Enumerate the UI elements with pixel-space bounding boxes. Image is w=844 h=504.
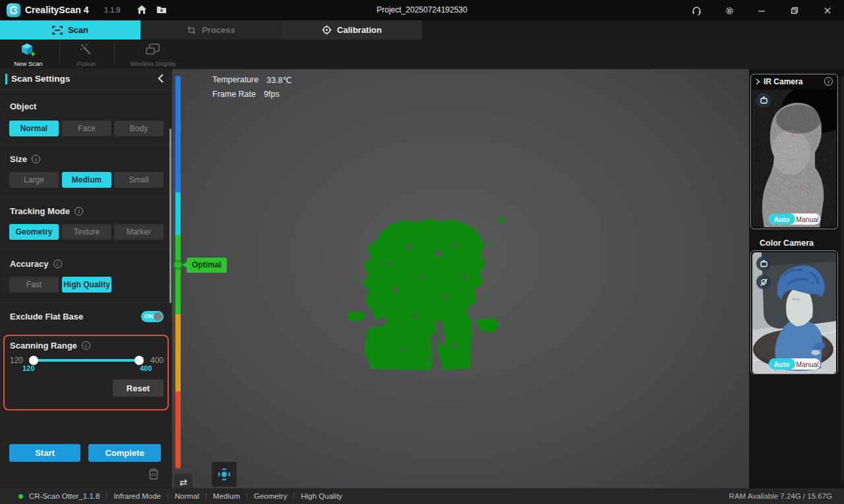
option-label: Normal bbox=[20, 124, 47, 133]
object-option-body[interactable]: Body bbox=[114, 121, 164, 136]
collapse-panel-icon[interactable] bbox=[156, 73, 167, 85]
option-label: Small bbox=[129, 175, 148, 184]
camera-flip-icon[interactable] bbox=[756, 93, 771, 107]
slider-max-handle[interactable] bbox=[135, 356, 144, 365]
manual-option[interactable]: Manual bbox=[795, 213, 820, 225]
scan-3d-viewport[interactable]: Temperature 33.8℃ Frame Rate 9fps Optima… bbox=[172, 69, 749, 488]
fusion-label: Fusion bbox=[77, 60, 96, 67]
wireless-display-button[interactable]: Wireless Display bbox=[127, 42, 179, 67]
new-scan-cube-icon bbox=[20, 42, 37, 58]
exclude-title-text: Exclude Flat Base bbox=[10, 312, 83, 322]
tracking-section-title: Tracking Mode i bbox=[10, 206, 83, 216]
range-max-value: 400 bbox=[140, 364, 152, 372]
size-option-small[interactable]: Small bbox=[114, 172, 164, 188]
auto-option[interactable]: Auto bbox=[769, 213, 795, 225]
app-window: CrealityScan 4 1.1.9 Project_20250724192… bbox=[0, 0, 844, 504]
tab-scan[interactable]: Scan bbox=[0, 20, 140, 40]
toggle-knob bbox=[154, 312, 162, 321]
scanning-range-slider[interactable] bbox=[32, 359, 141, 362]
ir-camera-header[interactable]: IR Camera bbox=[755, 77, 802, 86]
info-icon[interactable]: i bbox=[824, 77, 833, 86]
exclude-flat-base-toggle[interactable]: ON bbox=[141, 311, 164, 322]
bar-segment-cyan bbox=[175, 192, 181, 235]
accuracy-title-text: Accuracy bbox=[10, 259, 49, 269]
tab-process-label: Process bbox=[202, 25, 235, 35]
status-scan-mode: Infrared Mode bbox=[106, 492, 167, 500]
toggle-state-label: ON bbox=[144, 313, 154, 320]
tab-calibration-label: Calibration bbox=[337, 25, 382, 35]
ir-camera-title: IR Camera bbox=[764, 77, 802, 86]
ir-camera-image bbox=[752, 90, 836, 227]
object-option-normal[interactable]: Normal bbox=[9, 121, 59, 136]
status-accuracy: High Quality bbox=[293, 492, 349, 500]
complete-button[interactable]: Complete bbox=[88, 444, 161, 462]
bar-segment-green bbox=[175, 235, 181, 314]
recenter-view-button[interactable] bbox=[212, 462, 237, 487]
support-headset-icon[interactable] bbox=[688, 3, 704, 18]
ram-available: RAM Available 7.24G / 15.67G bbox=[729, 492, 832, 500]
start-button[interactable]: Start bbox=[9, 444, 80, 462]
close-button[interactable] bbox=[820, 3, 835, 18]
info-icon[interactable]: i bbox=[32, 155, 40, 163]
divider bbox=[0, 249, 172, 250]
option-label: Medium bbox=[72, 175, 102, 184]
ir-exposure-mode-toggle[interactable]: Auto Manual bbox=[769, 213, 820, 225]
slider-min-handle[interactable] bbox=[29, 356, 38, 365]
optimal-badge: Optimal bbox=[187, 258, 227, 273]
restore-window-button[interactable] bbox=[787, 3, 802, 18]
delete-scan-icon[interactable] bbox=[148, 467, 160, 483]
object-section-title: Object bbox=[10, 101, 36, 111]
accuracy-option-high-quality[interactable]: High Quality bbox=[62, 277, 111, 293]
scan-toolbar: New Scan Fusion Wireless Display bbox=[0, 40, 844, 69]
option-label: Large bbox=[24, 175, 44, 184]
status-object: Normal bbox=[167, 492, 206, 500]
sidebar-scrollbar[interactable] bbox=[169, 128, 171, 303]
option-label: Body bbox=[130, 124, 148, 133]
option-label: Texture bbox=[74, 227, 100, 237]
toolbar-divider bbox=[114, 44, 115, 64]
tracking-option-geometry[interactable]: Geometry bbox=[9, 224, 59, 240]
range-min-value: 120 bbox=[22, 364, 34, 372]
object-option-face[interactable]: Face bbox=[62, 121, 111, 136]
divider bbox=[0, 145, 172, 146]
option-label: Geometry bbox=[15, 227, 52, 237]
minimize-button[interactable] bbox=[754, 3, 769, 18]
bar-segment-blue bbox=[175, 76, 181, 192]
process-crop-icon bbox=[187, 26, 196, 35]
settings-gear-icon[interactable] bbox=[721, 3, 737, 18]
frame-rate-label: Frame Rate bbox=[212, 90, 256, 99]
ir-camera-panel: IR Camera i bbox=[750, 74, 838, 229]
reset-button[interactable]: Reset bbox=[113, 379, 164, 397]
manual-option[interactable]: Manual bbox=[795, 358, 820, 370]
wireless-display-icon bbox=[144, 42, 162, 58]
exclude-flat-base-title: Exclude Flat Base bbox=[10, 312, 83, 322]
camera-flip-icon[interactable] bbox=[756, 256, 771, 271]
option-label: Marker bbox=[127, 227, 151, 237]
accuracy-option-fast[interactable]: Fast bbox=[9, 277, 59, 293]
bar-segment-red bbox=[175, 391, 181, 468]
size-title-text: Size bbox=[10, 154, 27, 164]
size-option-large[interactable]: Large bbox=[9, 172, 59, 188]
tracking-option-marker[interactable]: Marker bbox=[114, 224, 164, 240]
fill-light-off-icon[interactable] bbox=[756, 275, 771, 289]
divider bbox=[0, 196, 172, 197]
color-exposure-mode-toggle[interactable]: Auto Manual bbox=[769, 358, 820, 370]
info-icon[interactable]: i bbox=[75, 207, 83, 215]
range-min-label: 120 bbox=[10, 356, 23, 365]
option-label: High Quality bbox=[63, 280, 110, 289]
info-icon[interactable]: i bbox=[82, 341, 90, 350]
info-icon[interactable]: i bbox=[53, 260, 62, 268]
new-scan-button[interactable]: New Scan bbox=[2, 42, 55, 67]
size-option-medium[interactable]: Medium bbox=[62, 172, 111, 188]
right-panel-scrollbar[interactable] bbox=[841, 76, 843, 482]
fusion-button[interactable]: Fusion bbox=[60, 42, 113, 67]
device-name: CR-Scan Otter_1.1.8 bbox=[29, 492, 106, 500]
frame-rate-readout: Frame Rate 9fps bbox=[212, 90, 280, 99]
tracking-option-texture[interactable]: Texture bbox=[62, 224, 111, 240]
tab-process[interactable]: Process bbox=[140, 20, 282, 40]
status-bar: CR-Scan Otter_1.1.8 Infrared Mode Normal… bbox=[0, 488, 844, 504]
tab-calibration[interactable]: Calibration bbox=[282, 20, 422, 40]
auto-option[interactable]: Auto bbox=[769, 358, 795, 370]
device-connected-dot bbox=[18, 494, 23, 499]
fusion-wand-icon bbox=[78, 42, 94, 58]
